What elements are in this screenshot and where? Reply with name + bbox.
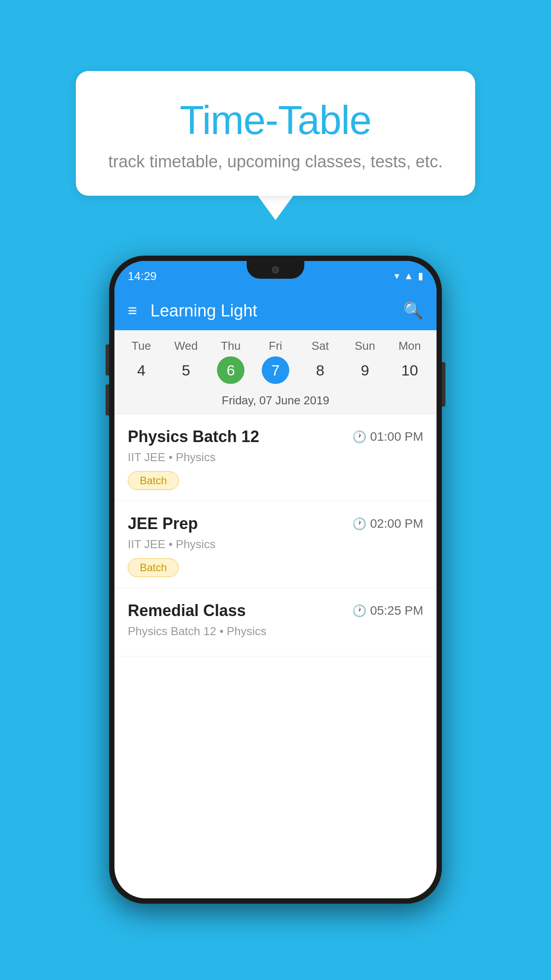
schedule-item-title: JEE Prep	[128, 514, 198, 533]
clock-icon: 🕐	[352, 430, 366, 444]
day-number[interactable]: 5	[172, 356, 200, 384]
speech-bubble-card: Time-Table track timetable, upcoming cla…	[76, 71, 475, 196]
day-col-wed[interactable]: Wed5	[166, 339, 206, 384]
battery-icon: ▮	[418, 270, 423, 282]
menu-icon[interactable]: ≡	[128, 303, 137, 319]
day-col-sat[interactable]: Sat8	[300, 339, 340, 384]
schedule-item-title: Remedial Class	[128, 601, 246, 620]
bubble-subtitle: track timetable, upcoming classes, tests…	[102, 152, 449, 171]
day-name: Sat	[311, 339, 329, 353]
day-number[interactable]: 9	[351, 356, 379, 384]
day-name: Mon	[398, 339, 421, 353]
power-button	[442, 362, 445, 407]
time-text: 01:00 PM	[370, 430, 423, 444]
status-bar: 14:29 ▾ ▲ ▮	[114, 261, 437, 291]
day-col-mon[interactable]: Mon10	[390, 339, 429, 384]
schedule-item-time: 🕐02:00 PM	[352, 517, 423, 531]
phone-wrapper: 14:29 ▾ ▲ ▮ ≡ Learning Light 🔍	[0, 256, 551, 904]
day-name: Wed	[174, 339, 198, 353]
selected-date-label: Friday, 07 June 2019	[114, 387, 437, 414]
schedule-item[interactable]: JEE Prep🕐02:00 PMIIT JEE • PhysicsBatch	[114, 501, 437, 588]
intro-section: Time-Table track timetable, upcoming cla…	[76, 71, 475, 220]
day-col-tue[interactable]: Tue4	[121, 339, 161, 384]
phone-screen: 14:29 ▾ ▲ ▮ ≡ Learning Light 🔍	[114, 261, 437, 898]
schedule-item-title: Physics Batch 12	[128, 427, 259, 446]
schedule-item[interactable]: Remedial Class🕐05:25 PMPhysics Batch 12 …	[114, 588, 437, 656]
calendar-section: Tue4Wed5Thu6Fri7Sat8Sun9Mon10 Friday, 07…	[114, 330, 437, 414]
clock-icon: 🕐	[352, 604, 366, 618]
status-icons: ▾ ▲ ▮	[394, 270, 423, 282]
schedule-list: Physics Batch 12🕐01:00 PMIIT JEE • Physi…	[114, 414, 437, 656]
day-number[interactable]: 7	[262, 356, 289, 384]
signal-icon: ▲	[404, 270, 413, 282]
day-col-fri[interactable]: Fri7	[256, 339, 295, 384]
time-text: 05:25 PM	[370, 604, 423, 618]
day-col-thu[interactable]: Thu6	[211, 339, 251, 384]
time-text: 02:00 PM	[370, 517, 423, 531]
volume-down-button	[106, 384, 109, 415]
day-name: Tue	[132, 339, 151, 353]
day-number[interactable]: 6	[217, 356, 244, 384]
weekday-row: Tue4Wed5Thu6Fri7Sat8Sun9Mon10	[114, 330, 437, 387]
day-col-sun[interactable]: Sun9	[345, 339, 385, 384]
schedule-item[interactable]: Physics Batch 12🕐01:00 PMIIT JEE • Physi…	[114, 414, 437, 501]
search-icon[interactable]: 🔍	[403, 301, 423, 320]
day-number[interactable]: 8	[307, 356, 334, 384]
app-bar: ≡ Learning Light 🔍	[114, 291, 437, 330]
schedule-item-subtitle: IIT JEE • Physics	[128, 537, 423, 551]
bubble-title: Time-Table	[102, 98, 449, 143]
day-name: Thu	[221, 339, 241, 353]
app-title: Learning Light	[150, 301, 403, 320]
clock-icon: 🕐	[352, 517, 366, 531]
day-name: Fri	[269, 339, 282, 353]
day-number[interactable]: 10	[396, 356, 423, 384]
schedule-item-time: 🕐01:00 PM	[352, 430, 423, 444]
status-time: 14:29	[128, 269, 157, 283]
schedule-item-time: 🕐05:25 PM	[352, 604, 423, 618]
schedule-item-subtitle: Physics Batch 12 • Physics	[128, 624, 423, 638]
day-name: Sun	[355, 339, 375, 353]
schedule-item-subtitle: IIT JEE • Physics	[128, 450, 423, 464]
speech-bubble-arrow	[258, 196, 293, 220]
batch-badge: Batch	[128, 471, 179, 490]
batch-badge: Batch	[128, 558, 179, 577]
day-number[interactable]: 4	[127, 356, 155, 384]
wifi-icon: ▾	[394, 270, 399, 282]
camera	[272, 266, 279, 273]
volume-up-button	[106, 344, 109, 375]
phone-mockup: 14:29 ▾ ▲ ▮ ≡ Learning Light 🔍	[109, 256, 442, 904]
notch	[247, 261, 304, 279]
